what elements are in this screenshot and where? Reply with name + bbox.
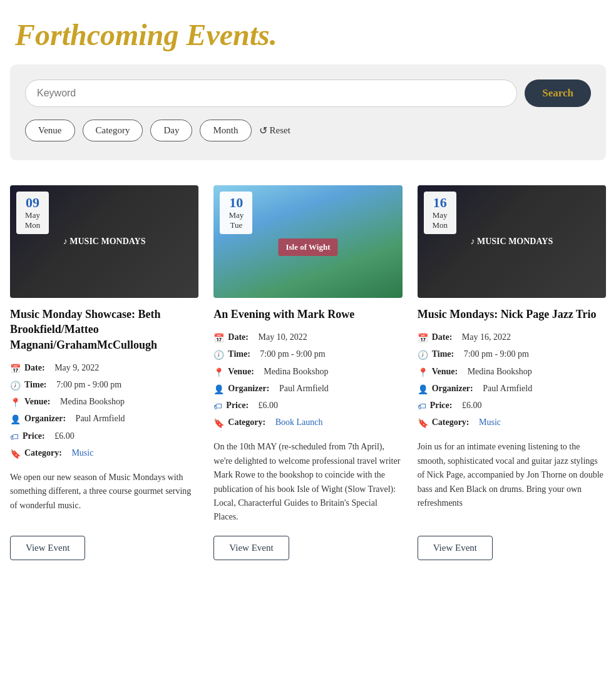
- date-badge: 16 May Mon: [424, 192, 456, 234]
- meta-price-label: Price:: [226, 397, 249, 413]
- reset-icon: ↺: [259, 125, 267, 136]
- clock-icon: 🕖: [213, 347, 224, 363]
- page-title: Forthcoming Events.: [0, 0, 616, 64]
- date-day-name: Tue: [226, 220, 246, 230]
- location-icon: 📍: [10, 395, 21, 411]
- person-icon: 👤: [418, 382, 428, 397]
- filter-row: Venue Category Day Month ↺ Reset: [25, 120, 591, 141]
- meta-date-label: Date:: [228, 329, 249, 345]
- price-icon: 🏷: [213, 399, 222, 414]
- location-icon: 📍: [213, 365, 224, 381]
- price-icon: 🏷: [418, 399, 426, 414]
- meta-venue: 📍 Venue: Medina Bookshop: [10, 394, 198, 411]
- meta-organizer-value: Paul Armfield: [76, 411, 125, 426]
- meta-organizer: 👤 Organizer: Paul Armfield: [10, 411, 198, 427]
- category-icon: 🔖: [213, 416, 224, 431]
- meta-time-label: Time:: [24, 377, 47, 392]
- meta-date-label: Date:: [24, 360, 45, 376]
- event-meta: 📅 Date: May 10, 2022 🕖 Time: 7:00 pm - 9…: [213, 329, 402, 431]
- date-month-name: May: [226, 210, 246, 220]
- meta-price-value: £6.00: [259, 397, 279, 413]
- person-icon: 👤: [10, 412, 21, 427]
- meta-venue-label: Venue:: [24, 394, 51, 409]
- meta-category: 🔖 Category: Music: [10, 445, 198, 462]
- meta-price-label: Price:: [430, 397, 453, 413]
- reset-label: Reset: [270, 125, 290, 136]
- event-description: We open our new season of Music Mondays …: [10, 471, 198, 525]
- category-icon: 🔖: [10, 446, 21, 462]
- calendar-icon: 📅: [213, 330, 224, 346]
- meta-price: 🏷 Price: £6.00: [418, 397, 606, 414]
- meta-organizer-value: Paul Armfield: [279, 381, 329, 396]
- meta-date: 📅 Date: May 16, 2022: [418, 329, 606, 346]
- date-day-name: Mon: [23, 220, 43, 230]
- meta-organizer-label: Organizer:: [228, 381, 269, 396]
- search-input[interactable]: [25, 79, 517, 107]
- meta-organizer-label: Organizer:: [24, 411, 66, 426]
- meta-date: 📅 Date: May 9, 2022: [10, 360, 198, 377]
- meta-venue: 📍 Venue: Medina Bookshop: [213, 364, 402, 381]
- meta-time-value: 7:00 pm - 9:00 pm: [260, 346, 325, 362]
- event-title: Music Mondays: Nick Page Jazz Trio: [418, 307, 606, 322]
- category-filter-button[interactable]: Category: [83, 120, 143, 141]
- meta-time: 🕖 Time: 7:00 pm - 9:00 pm: [418, 346, 606, 363]
- date-badge: 09 May Mon: [16, 192, 49, 234]
- price-icon: 🏷: [10, 429, 19, 445]
- meta-date-value: May 10, 2022: [258, 329, 307, 345]
- date-badge: 10 May Tue: [220, 192, 252, 234]
- calendar-icon: 📅: [10, 361, 21, 377]
- date-day-name: Mon: [430, 220, 450, 230]
- view-event-button[interactable]: View Event: [418, 536, 493, 560]
- meta-price: 🏷 Price: £6.00: [213, 397, 402, 414]
- meta-organizer-value: Paul Armfield: [483, 381, 532, 396]
- meta-time: 🕖 Time: 7:00 pm - 9:00 pm: [10, 377, 198, 394]
- search-section: Search Venue Category Day Month ↺ Reset: [10, 64, 606, 160]
- meta-organizer: 👤 Organizer: Paul Armfield: [213, 381, 402, 397]
- meta-time-label: Time:: [432, 346, 454, 362]
- date-day-num: 10: [226, 195, 246, 210]
- location-icon: 📍: [418, 365, 428, 381]
- meta-category-label: Category:: [432, 414, 470, 430]
- venue-filter-button[interactable]: Venue: [25, 120, 75, 141]
- event-title: An Evening with Mark Rowe: [213, 307, 402, 322]
- meta-time: 🕖 Time: 7:00 pm - 9:00 pm: [213, 346, 402, 363]
- view-event-button[interactable]: View Event: [10, 536, 85, 560]
- meta-venue-label: Venue:: [432, 364, 458, 379]
- meta-category-label: Category:: [24, 445, 62, 461]
- date-day-num: 09: [23, 195, 43, 210]
- search-button[interactable]: Search: [525, 79, 591, 107]
- meta-time-value: 7:00 pm - 9:00 pm: [464, 346, 529, 362]
- meta-venue-value: Medina Bookshop: [468, 364, 532, 379]
- reset-button[interactable]: ↺ Reset: [259, 125, 290, 136]
- event-image-wrapper: 09 May Mon: [10, 185, 198, 298]
- meta-venue: 📍 Venue: Medina Bookshop: [418, 364, 606, 381]
- meta-category: 🔖 Category: Music: [418, 414, 606, 431]
- meta-time-value: 7:00 pm - 9:00 pm: [56, 377, 121, 392]
- event-image-wrapper: 10 May Tue: [213, 185, 402, 298]
- day-filter-button[interactable]: Day: [150, 120, 192, 141]
- meta-date-value: May 16, 2022: [462, 329, 511, 345]
- clock-icon: 🕖: [418, 347, 428, 363]
- event-description: On the 10th MAY (re-scheduled from 7th A…: [213, 440, 402, 524]
- event-description: Join us for an intimate evening listenin…: [418, 440, 606, 524]
- event-card: 09 May Mon Music Monday Showcase: Beth B…: [10, 185, 198, 560]
- event-meta: 📅 Date: May 16, 2022 🕖 Time: 7:00 pm - 9…: [418, 329, 606, 431]
- meta-venue-label: Venue:: [228, 364, 254, 379]
- date-month-name: May: [23, 210, 43, 220]
- meta-price-value: £6.00: [462, 397, 482, 413]
- meta-organizer-label: Organizer:: [432, 381, 473, 396]
- month-filter-button[interactable]: Month: [200, 120, 251, 141]
- meta-price-label: Price:: [23, 428, 45, 444]
- search-row: Search: [25, 79, 591, 107]
- meta-category: 🔖 Category: Book Launch: [213, 414, 402, 431]
- meta-venue-value: Medina Bookshop: [264, 364, 328, 379]
- date-day-num: 16: [430, 195, 450, 210]
- meta-date-label: Date:: [432, 329, 453, 345]
- meta-price: 🏷 Price: £6.00: [10, 428, 198, 445]
- event-card: 16 May Mon Music Mondays: Nick Page Jazz…: [418, 185, 606, 560]
- events-grid: 09 May Mon Music Monday Showcase: Beth B…: [0, 175, 616, 580]
- view-event-button[interactable]: View Event: [213, 536, 289, 560]
- date-month-name: May: [430, 210, 450, 220]
- meta-organizer: 👤 Organizer: Paul Armfield: [418, 381, 606, 397]
- event-meta: 📅 Date: May 9, 2022 🕖 Time: 7:00 pm - 9:…: [10, 360, 198, 462]
